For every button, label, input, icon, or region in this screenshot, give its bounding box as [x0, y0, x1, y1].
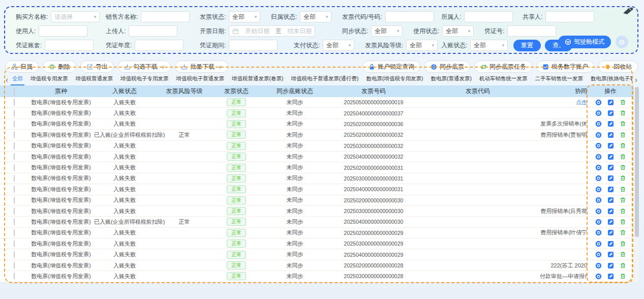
delete-row-button[interactable]	[620, 197, 626, 203]
row-checkbox[interactable]	[14, 229, 15, 236]
delete-row-button[interactable]	[620, 262, 626, 269]
belong-button[interactable]: 归属	[5, 61, 39, 73]
export-button[interactable]: 导出	[80, 61, 114, 73]
view-sync-button[interactable]	[595, 229, 602, 236]
edit-button[interactable]	[607, 121, 614, 127]
scrollbar-thumb[interactable]	[635, 87, 639, 237]
filter-input-voucher-no[interactable]	[507, 25, 556, 37]
edit-button[interactable]	[607, 142, 614, 149]
filter-select-entry-status[interactable]: 全部▾	[470, 40, 508, 51]
edit-button[interactable]	[607, 229, 614, 236]
row-checkbox[interactable]	[14, 175, 15, 182]
edit-button[interactable]	[607, 241, 614, 247]
row-checkbox[interactable]	[14, 240, 15, 247]
row-checkbox[interactable]	[14, 142, 15, 150]
filter-daterange-invoice-date[interactable]: 开始日期至结束日期	[229, 25, 315, 37]
filter-input-voucher-period[interactable]	[229, 40, 278, 51]
edit-button[interactable]	[607, 262, 614, 269]
view-sync-button[interactable]	[595, 154, 602, 160]
delete-row-button[interactable]	[620, 186, 626, 193]
tax-digital-account-button[interactable]: 税务数字账户	[536, 61, 594, 73]
checked-download-button[interactable]: 勾选下载∨	[118, 61, 171, 73]
delete-button[interactable]: 删除	[43, 61, 76, 73]
tabs-scroll-right-icon[interactable]: ›	[632, 75, 640, 85]
view-sync-button[interactable]	[595, 219, 602, 225]
edit-button[interactable]	[607, 110, 614, 116]
edit-button[interactable]	[607, 273, 614, 280]
view-sync-button[interactable]	[595, 197, 602, 203]
filter-select-use-status[interactable]: 全部▾	[442, 25, 474, 37]
filter-select-belong-status[interactable]: 全部▾	[300, 11, 331, 22]
tab-0[interactable]: 全部	[11, 74, 24, 85]
row-checkbox[interactable]	[14, 262, 15, 269]
tab-5[interactable]: 增值税普通发票(卷票)	[230, 74, 285, 85]
delete-row-button[interactable]	[620, 175, 626, 182]
tab-8[interactable]: 数电票(普通发票)	[430, 74, 474, 85]
edit-button[interactable]	[607, 219, 614, 225]
row-checkbox[interactable]	[14, 121, 15, 128]
edit-button[interactable]	[607, 197, 614, 203]
filter-select-invoice-status[interactable]: 全部▾	[229, 11, 260, 22]
edit-button[interactable]	[607, 164, 614, 171]
cockpit-mode-button[interactable]: 驾驶舱模式	[558, 36, 611, 48]
view-sync-button[interactable]	[595, 208, 602, 215]
filter-input-voucher-year[interactable]	[135, 40, 183, 51]
delete-row-button[interactable]	[620, 241, 626, 247]
table-scrollbar[interactable]	[635, 85, 639, 282]
batch-download-button[interactable]: 批量下载∨	[175, 61, 228, 73]
view-sync-button[interactable]	[595, 164, 602, 171]
select-all-checkbox[interactable]	[14, 87, 15, 96]
row-checkbox[interactable]	[14, 273, 15, 280]
delete-row-button[interactable]	[620, 273, 626, 280]
sync-invoice-task-button[interactable]: 同步底票任务	[474, 61, 532, 73]
row-checkbox[interactable]	[14, 207, 15, 215]
delete-row-button[interactable]	[620, 251, 626, 258]
delete-row-button[interactable]	[620, 229, 626, 236]
reset-button[interactable]: 重置	[513, 40, 541, 51]
filter-input-owner[interactable]	[464, 11, 513, 22]
view-sync-button[interactable]	[595, 175, 602, 182]
row-checkbox[interactable]	[14, 186, 15, 193]
view-sync-button[interactable]	[595, 142, 602, 149]
filter-select-pay-status[interactable]: 全部▾	[323, 40, 354, 51]
tab-2[interactable]: 增值税普通发票	[74, 74, 115, 85]
edit-button[interactable]	[607, 99, 614, 106]
account-lock-query-button[interactable]: 账户锁定查询	[362, 61, 420, 73]
tab-6[interactable]: 增值税电子普通发票(通行费)	[290, 74, 360, 85]
delete-row-button[interactable]	[620, 219, 626, 225]
edit-button[interactable]	[607, 186, 614, 193]
filter-input-seller-name[interactable]	[141, 11, 190, 22]
edit-button[interactable]	[607, 154, 614, 160]
view-sync-button[interactable]	[595, 186, 602, 193]
tab-11[interactable]: 数电票(铁路电子客票)	[589, 74, 632, 85]
view-sync-button[interactable]	[595, 251, 602, 258]
tab-3[interactable]: 增值税电子专用发票	[119, 74, 170, 85]
view-sync-button[interactable]	[595, 241, 602, 247]
tab-7[interactable]: 数电票(增值税专用发票)	[365, 74, 425, 85]
delete-row-button[interactable]	[620, 110, 626, 116]
filter-select-sync-status[interactable]: 全部▾	[371, 25, 403, 37]
view-sync-button[interactable]	[595, 273, 602, 280]
view-sync-button[interactable]	[595, 132, 602, 138]
delete-row-button[interactable]	[620, 99, 626, 106]
tab-1[interactable]: 增值税专用发票	[29, 74, 70, 85]
view-sync-button[interactable]	[595, 121, 602, 127]
edit-button[interactable]	[607, 251, 614, 258]
delete-row-button[interactable]	[620, 142, 626, 149]
cell-collaboration[interactable]: 点击	[539, 99, 587, 106]
tab-10[interactable]: 二手车销售统一发票	[534, 74, 585, 85]
view-sync-button[interactable]	[595, 99, 602, 106]
gear-button[interactable]: ⚙	[616, 36, 628, 48]
delete-row-button[interactable]	[620, 121, 626, 127]
tab-9[interactable]: 机动车销售统一发票	[478, 74, 529, 85]
filter-input-user[interactable]	[39, 25, 87, 37]
row-checkbox[interactable]	[14, 218, 15, 225]
tabs-scroll-left-icon[interactable]: ‹	[3, 75, 11, 85]
row-checkbox[interactable]	[14, 164, 15, 171]
tab-4[interactable]: 增值税电子普通发票	[175, 74, 226, 85]
filter-input-invoice-code-number[interactable]	[385, 11, 434, 22]
row-checkbox[interactable]	[14, 251, 15, 258]
row-checkbox[interactable]	[14, 131, 15, 138]
delete-row-button[interactable]	[620, 132, 626, 138]
filter-input-voucher-book[interactable]	[45, 40, 94, 51]
